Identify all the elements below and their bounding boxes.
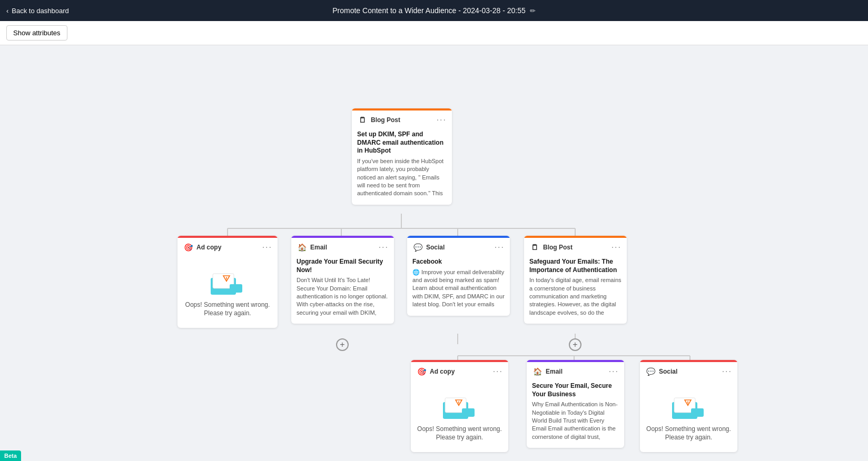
level2-email-title: Secure Your Email, Secure Your Business (532, 382, 619, 398)
level2-adcopy-label: Ad copy (430, 368, 455, 375)
level1-blog-label: Blog Post (543, 244, 573, 251)
back-to-dashboard-link[interactable]: ‹ Back to dashboard (6, 7, 69, 15)
level1-social-card: 💬 Social ··· Facebook 🌐 Improve your ema… (407, 236, 510, 316)
level1-social-title: Facebook (412, 258, 505, 266)
level1-adcopy-menu[interactable]: ··· (262, 243, 272, 252)
root-card-header: 🗒 Blog Post ··· (352, 111, 452, 127)
social-icon-1: 💬 (412, 242, 423, 253)
level2-email-header: 🏠 Email ··· (527, 362, 624, 379)
level2-email-card: 🏠 Email ··· Secure Your Email, Secure Yo… (527, 360, 624, 448)
beta-badge: Beta (0, 450, 21, 461)
root-card-type-label: Blog Post (371, 116, 400, 124)
level2-social-type: 💬 Social (645, 366, 677, 377)
root-card-body: Set up DKIM, SPF and DMARC email authent… (352, 127, 452, 205)
level2-social-label: Social (659, 368, 677, 375)
level1-adcopy-label: Ad copy (196, 244, 221, 251)
blog-post-icon: 🗒 (357, 115, 368, 125)
svg-rect-24 (462, 408, 475, 417)
root-card-text: If you've been inside the HubSpot platfo… (357, 157, 447, 199)
level1-email-menu[interactable]: ··· (379, 243, 389, 252)
level2-social-error-text: Oops! Something went wrong. Please try a… (645, 425, 732, 442)
level1-social-body: Facebook 🌐 Improve your email deliverabi… (407, 255, 510, 316)
svg-rect-18 (230, 284, 242, 293)
level2-email-label: Email (546, 368, 563, 375)
level2-adcopy-error-text: Oops! Something went wrong. Please try a… (416, 425, 503, 442)
level1-blog-text: In today's digital age, email remains a … (529, 276, 622, 318)
root-card-title: Set up DKIM, SPF and DMARC email authent… (357, 131, 447, 155)
level1-email-text: Don't Wait Until It's Too Late! Secure Y… (297, 276, 389, 318)
level1-blog-header: 🗒 Blog Post ··· (524, 238, 627, 255)
svg-point-17 (226, 279, 227, 280)
level2-adcopy-error: Oops! Something went wrong. Please try a… (411, 379, 508, 452)
level1-blog-menu[interactable]: ··· (611, 243, 622, 252)
show-attributes-button[interactable]: Show attributes (6, 25, 67, 41)
level1-social-text: 🌐 Improve your email deliverability and … (412, 268, 505, 310)
level2-social-card: 💬 Social ··· Oops! Something went wrong.… (640, 360, 737, 452)
level2-adcopy-type: 🎯 Ad copy (416, 366, 455, 377)
level1-adcopy-type: 🎯 Ad copy (183, 242, 221, 253)
level1-social-header: 💬 Social ··· (407, 238, 510, 255)
canvas: 🗒 Blog Post ··· Set up DKIM, SPF and DMA… (0, 45, 868, 461)
page-title: Promote Content to a Wider Audience - 20… (332, 6, 536, 15)
level2-email-body: Secure Your Email, Secure Your Business … (527, 379, 624, 448)
email-icon-2: 🏠 (532, 366, 542, 377)
level1-ad-copy-card: 🎯 Ad copy ··· Oops! Something went wrong… (177, 236, 278, 328)
level1-adcopy-error-text: Oops! Something went wrong. Please try a… (183, 301, 272, 317)
level1-blog-type: 🗒 Blog Post (529, 242, 573, 253)
root-card: 🗒 Blog Post ··· Set up DKIM, SPF and DMA… (352, 108, 452, 205)
level2-adcopy-menu[interactable]: ··· (493, 367, 503, 376)
level2-email-menu[interactable]: ··· (609, 367, 619, 376)
level2-adcopy-header: 🎯 Ad copy ··· (411, 362, 508, 379)
svg-point-23 (458, 404, 459, 405)
error-illustration-2 (439, 389, 481, 421)
level1-blog-card: 🗒 Blog Post ··· Safeguard Your Emails: T… (524, 236, 627, 324)
blog-icon-1: 🗒 (529, 242, 540, 253)
ad-copy-icon: 🎯 (183, 242, 193, 253)
error-illustration-3 (668, 389, 710, 421)
level1-social-menu[interactable]: ··· (495, 243, 505, 252)
root-card-type: 🗒 Blog Post (357, 115, 400, 125)
level1-email-body: Upgrade Your Email Security Now! Don't W… (291, 255, 394, 324)
level2-social-menu[interactable]: ··· (722, 367, 732, 376)
level1-adcopy-header: 🎯 Ad copy ··· (177, 238, 278, 255)
chevron-left-icon: ‹ (6, 7, 8, 15)
level1-blog-title: Safeguard Your Emails: The Importance of… (529, 258, 622, 274)
back-label: Back to dashboard (12, 7, 68, 15)
level2-email-type: 🏠 Email (532, 366, 563, 377)
level1-email-type: 🏠 Email (297, 242, 327, 253)
level1-email-header: 🏠 Email ··· (291, 238, 394, 255)
level1-social-label: Social (426, 244, 445, 251)
add-button-email[interactable]: + (336, 338, 349, 351)
edit-icon[interactable]: ✏ (530, 7, 536, 15)
root-card-menu[interactable]: ··· (437, 115, 447, 125)
add-button-blog[interactable]: + (569, 338, 581, 351)
level1-email-card: 🏠 Email ··· Upgrade Your Email Security … (291, 236, 394, 324)
error-illustration (206, 265, 249, 297)
level1-social-type: 💬 Social (412, 242, 445, 253)
level2-social-header: 💬 Social ··· (640, 362, 737, 379)
ad-copy-icon-2: 🎯 (416, 366, 427, 377)
svg-point-29 (687, 404, 688, 405)
email-icon-1: 🏠 (297, 242, 307, 253)
svg-rect-30 (691, 408, 704, 417)
social-icon-2: 💬 (645, 366, 656, 377)
header: ‹ Back to dashboard Promote Content to a… (0, 0, 868, 21)
level2-email-text: Why Email Authentication is Non-Negotiab… (532, 400, 619, 443)
level1-email-title: Upgrade Your Email Security Now! (297, 258, 389, 274)
level1-blog-body: Safeguard Your Emails: The Importance of… (524, 255, 627, 324)
level2-social-error: Oops! Something went wrong. Please try a… (640, 379, 737, 452)
level2-ad-copy-card: 🎯 Ad copy ··· Oops! Something went wrong… (411, 360, 508, 452)
toolbar: Show attributes (0, 21, 868, 45)
level1-adcopy-error: Oops! Something went wrong. Please try a… (177, 255, 278, 328)
title-text: Promote Content to a Wider Audience - 20… (332, 6, 526, 15)
level1-email-label: Email (310, 244, 327, 251)
